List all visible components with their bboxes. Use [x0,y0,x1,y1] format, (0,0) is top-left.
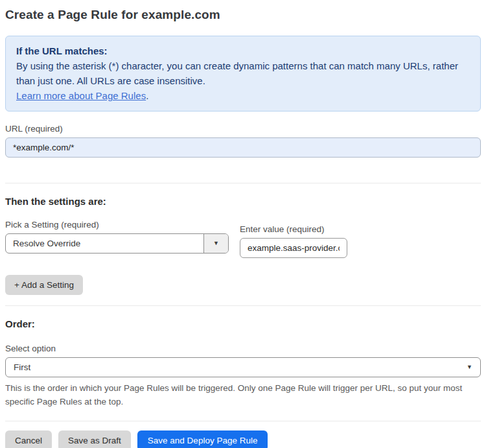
learn-more-link[interactable]: Learn more about Page Rules [16,90,146,101]
add-setting-button[interactable]: + Add a Setting [5,275,83,295]
order-help-text: This is the order in which your Page Rul… [5,381,472,408]
page-title: Create a Page Rule for example.com [5,8,481,22]
setting-picker-caret-button[interactable]: ▼ [203,234,228,253]
page-rule-form: Create a Page Rule for example.com If th… [0,0,486,448]
action-buttons-row: Cancel Save as Draft Save and Deploy Pag… [5,430,481,448]
order-select-dropdown[interactable]: First ▼ [5,357,481,377]
save-and-deploy-button[interactable]: Save and Deploy Page Rule [137,430,268,448]
setting-picker-value: Resolve Override [6,239,80,248]
footer-divider [5,421,481,421]
url-field-label: URL (required) [5,124,481,134]
link-suffix: . [146,90,148,101]
info-box-body: By using the asterisk (*) character, you… [16,58,470,88]
order-select-label: Select option [5,344,481,353]
section-divider [5,183,481,183]
order-select-value: First [14,362,30,372]
info-box-heading: If the URL matches: [16,43,470,58]
save-as-draft-button[interactable]: Save as Draft [58,430,131,448]
chevron-down-icon: ▼ [467,364,472,370]
setting-picker-column: Pick a Setting (required) Resolve Overri… [5,220,229,253]
section-divider [5,305,481,306]
setting-value-column: Enter value (required) [240,224,347,258]
value-field-label: Enter value (required) [240,224,347,234]
setting-picker-label: Pick a Setting (required) [5,220,229,230]
chevron-down-icon: ▼ [213,241,219,246]
url-match-info-box: If the URL matches: By using the asteris… [5,36,481,112]
settings-section-heading: Then the settings are: [5,196,481,207]
url-input[interactable] [5,137,481,158]
order-section-heading: Order: [5,318,481,329]
info-box-link-line: Learn more about Page Rules. [16,88,470,103]
setting-picker-dropdown[interactable]: Resolve Override ▼ [5,233,229,253]
cancel-button[interactable]: Cancel [5,430,52,448]
setting-value-input[interactable] [240,238,347,258]
settings-row: Pick a Setting (required) Resolve Overri… [5,220,481,258]
